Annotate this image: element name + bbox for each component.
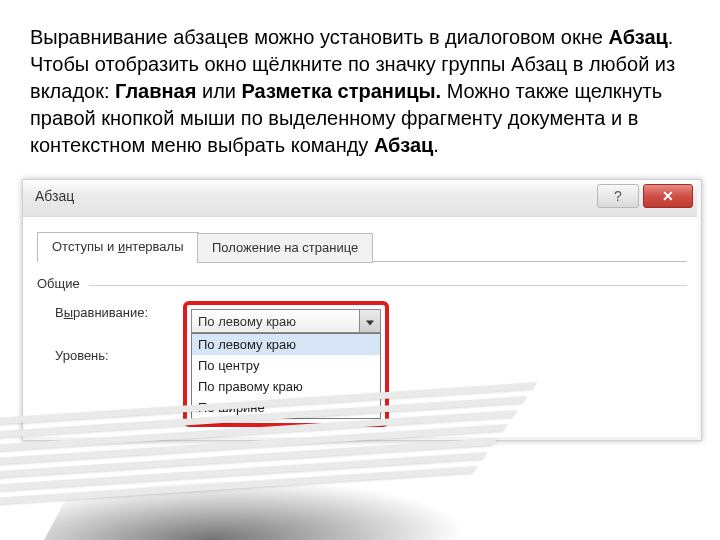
option-left[interactable]: По левому краю (192, 334, 380, 355)
help-button[interactable]: ? (597, 184, 639, 208)
option-justify[interactable]: По ширине (192, 397, 380, 418)
text: Выравнивание абзацев можно установить в … (30, 26, 608, 48)
crop-edge (697, 180, 702, 440)
instruction-paragraph: Выравнивание абзацев можно установить в … (0, 0, 720, 169)
tab-indents-spacing[interactable]: Отступы и интервалы (37, 232, 199, 263)
chevron-down-icon (366, 314, 374, 329)
text: или (196, 80, 241, 102)
dialog-screenshot: Абзац ? ✕ Отступы и интервалы Положение … (22, 179, 702, 441)
option-right[interactable]: По правому краю (192, 376, 380, 397)
help-icon: ? (614, 188, 622, 204)
alignment-dropdown: По левому краю По центру По правому краю… (191, 333, 381, 419)
combobox-value: По левому краю (192, 314, 359, 329)
label-level: Уровень: (37, 348, 185, 363)
bold: Абзац (374, 134, 433, 156)
highlight-box: По левому краю По левому краю По центру … (183, 301, 389, 427)
group-separator (89, 285, 687, 286)
dialog-title: Абзац (35, 188, 74, 204)
tab-position-on-page[interactable]: Положение на странице (197, 233, 373, 263)
dialog-titlebar: Абзац ? ✕ (23, 180, 701, 217)
option-center[interactable]: По центру (192, 355, 380, 376)
group-label: Общие (37, 276, 80, 291)
slide-shadow (44, 480, 496, 540)
tab-row: Отступы и интервалы Положение на страниц… (37, 227, 687, 262)
combobox-button[interactable] (359, 310, 380, 332)
bold: Главная (115, 80, 196, 102)
bold: Разметка страницы. (242, 80, 442, 102)
text: . (433, 134, 439, 156)
group-general: Общие (37, 276, 687, 291)
bold: Абзац (608, 26, 667, 48)
window-buttons: ? ✕ (597, 184, 693, 208)
label-alignment: Выравнивание: (37, 305, 185, 320)
dialog-body: Отступы и интервалы Положение на страниц… (23, 217, 701, 437)
alignment-combobox[interactable]: По левому краю (191, 309, 381, 333)
close-icon: ✕ (662, 188, 674, 204)
tab-label: Отступы и интервалы (52, 239, 184, 254)
close-button[interactable]: ✕ (643, 184, 693, 208)
tab-label: Положение на странице (212, 240, 358, 255)
